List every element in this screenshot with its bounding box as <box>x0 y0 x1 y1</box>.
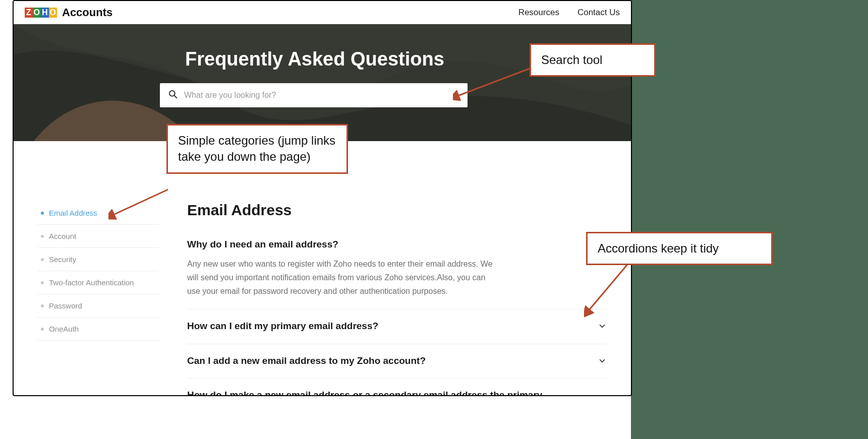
svg-line-2 <box>458 69 530 96</box>
sidebar-item-label: Password <box>49 301 82 310</box>
faq-question: Why do I need an email address? <box>187 238 338 251</box>
annotation-arrow-icon <box>584 257 645 318</box>
faq-toggle[interactable]: How do I make a new email address or a s… <box>187 389 607 396</box>
background-green-panel <box>631 0 868 439</box>
bullet-icon <box>41 212 44 215</box>
sidebar-item-security[interactable]: Security <box>38 248 159 271</box>
faq-question: Can I add a new email address to my Zoho… <box>187 354 426 367</box>
top-nav: Resources Contact Us <box>518 8 620 18</box>
main: Email Address Why do I need an email add… <box>187 202 607 396</box>
faq-question: How can I edit my primary email address? <box>187 320 378 333</box>
sidebar-item-account[interactable]: Account <box>38 225 159 248</box>
sidebar-item-label: Email Address <box>49 209 97 217</box>
svg-line-3 <box>113 190 168 215</box>
faq-toggle[interactable]: Can I add a new email address to my Zoho… <box>187 354 607 367</box>
sidebar-item-label: Security <box>49 255 76 264</box>
search-bar[interactable] <box>160 83 468 107</box>
faq-item: How can I edit my primary email address? <box>187 309 607 344</box>
sidebar-list: Email Address Account Security Two-facto… <box>38 202 159 341</box>
faq-item: Can I add a new email address to my Zoho… <box>187 344 607 379</box>
section-title: Email Address <box>187 202 607 219</box>
bullet-icon <box>41 235 44 238</box>
bullet-icon <box>41 281 44 284</box>
svg-point-0 <box>169 91 175 96</box>
annotation-text: Simple categories (jump links take you d… <box>178 134 335 163</box>
search-input[interactable] <box>184 91 459 100</box>
sidebar: Email Address Account Security Two-facto… <box>38 202 159 396</box>
annotation-arrow-icon <box>108 185 179 221</box>
sidebar-item-password[interactable]: Password <box>38 294 159 318</box>
faq-answer: Any new user who wants to register with … <box>187 257 500 298</box>
annotation-search-tool: Search tool <box>530 43 656 77</box>
svg-line-1 <box>175 96 177 98</box>
sidebar-item-label: Account <box>49 232 76 240</box>
app-header: Z O H O Accounts Resources Contact Us <box>14 1 631 24</box>
faq-item: How do I make a new email address or a s… <box>187 379 607 396</box>
sidebar-item-oneauth[interactable]: OneAuth <box>38 318 159 341</box>
bullet-icon <box>41 328 44 331</box>
faq-toggle[interactable]: How can I edit my primary email address? <box>187 320 607 333</box>
brand: Z O H O Accounts <box>25 6 112 19</box>
bullet-icon <box>41 258 44 261</box>
annotation-text: Accordions keep it tidy <box>598 241 719 255</box>
faq-item: Why do I need an email address? Any new … <box>187 228 607 309</box>
sidebar-item-two-factor[interactable]: Two-factor Authentication <box>38 271 159 294</box>
chevron-down-icon <box>598 322 607 331</box>
logo-letter-o2: O <box>49 8 57 18</box>
sidebar-item-label: OneAuth <box>49 325 79 333</box>
nav-contact[interactable]: Contact Us <box>577 8 620 18</box>
content-body: Email Address Account Security Two-facto… <box>14 141 631 396</box>
search-icon <box>168 89 178 101</box>
logo-letter-z: Z <box>25 8 33 18</box>
annotation-arrow-icon <box>453 65 534 105</box>
annotation-categories: Simple categories (jump links take you d… <box>166 124 348 174</box>
faq-toggle[interactable]: Why do I need an email address? <box>187 238 607 251</box>
stage: Z O H O Accounts Resources Contact Us Fr… <box>0 0 868 439</box>
annotation-text: Search tool <box>541 53 602 67</box>
logo-letter-o1: O <box>33 8 41 18</box>
annotation-accordions: Accordions keep it tidy <box>586 232 773 265</box>
logo-letter-h: H <box>41 8 49 18</box>
chevron-down-icon <box>598 356 607 365</box>
bullet-icon <box>41 304 44 307</box>
brand-name: Accounts <box>62 6 112 19</box>
nav-resources[interactable]: Resources <box>518 8 559 18</box>
brand-logo: Z O H O <box>25 8 57 18</box>
faq-question: How do I make a new email address or a s… <box>187 389 542 396</box>
svg-line-4 <box>589 262 629 310</box>
sidebar-item-label: Two-factor Authentication <box>49 278 134 287</box>
